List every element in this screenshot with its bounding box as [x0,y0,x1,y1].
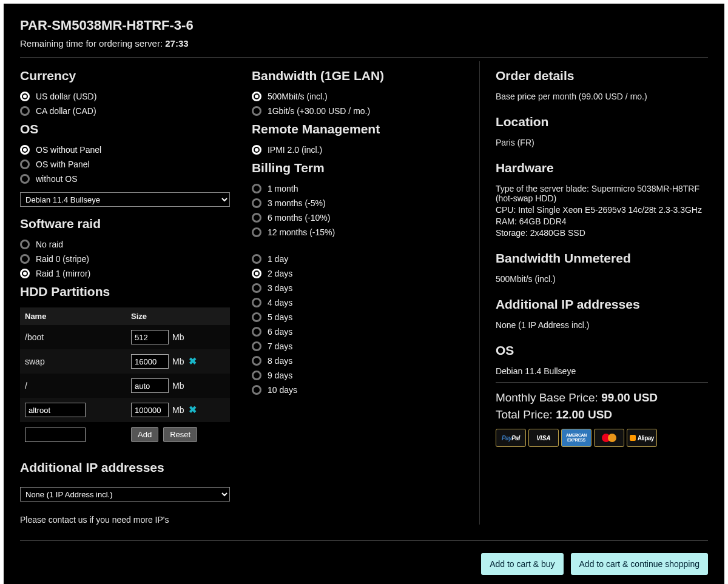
billing-day-option-0[interactable]: 1 day [252,254,473,264]
billing-day-option-8[interactable]: 9 days [252,371,473,380]
raid-option-1[interactable]: Raid 0 (stripe) [20,254,243,264]
radio-icon [252,356,261,366]
billing-month-label: 3 months (-5%) [268,198,326,208]
billing-month-option-2[interactable]: 6 months (-10%) [252,213,473,223]
partitions-heading: HDD Partitions [20,284,243,299]
os-distribution-select[interactable]: Debian 11.4 Bullseye [20,192,230,207]
billing-day-option-4[interactable]: 5 days [252,312,473,322]
bandwidth-option-1[interactable]: 1Gbit/s (+30.00 USD / mo.) [252,106,473,116]
billing-day-option-9[interactable]: 10 days [252,385,473,395]
remove-partition-icon[interactable]: ✖ [189,355,197,367]
radio-icon [20,106,30,116]
order-os-value: Debian 11.4 Bullseye [496,366,708,376]
order-monthly-price-label: Monthly Base Price: [496,391,598,404]
billing-month-option-0[interactable]: 1 month [252,184,473,193]
partitions-col-size: Size [126,307,230,325]
radio-icon [20,159,30,169]
billing-day-option-5[interactable]: 6 days [252,327,473,337]
add-to-cart-and-buy-button[interactable]: Add to cart & buy [481,553,563,575]
os-mode-option-1[interactable]: OS with Panel [20,159,243,169]
bandwidth-option-0[interactable]: 500Mbit/s (incl.) [252,92,473,101]
radio-icon [252,385,261,395]
billing-day-label: 5 days [268,312,292,322]
raid-option-2[interactable]: Raid 1 (mirror) [20,269,243,278]
billing-day-option-7[interactable]: 8 days [252,356,473,366]
order-hardware-line: Storage: 2x480GB SSD [496,228,708,238]
order-total-price-row: Total Price: 12.00 USD [496,408,708,421]
partition-size-input[interactable] [131,354,169,369]
billing-day-label: 3 days [268,283,292,293]
radio-icon [252,371,261,380]
payment-badge-mastercard [594,429,624,447]
currency-label: CA dollar (CAD) [36,106,96,116]
partition-size-input[interactable] [131,403,169,417]
os-mode-label: OS without Panel [36,145,101,155]
radio-icon [20,174,30,184]
partition-size-unit: Mb [172,405,184,415]
header-divider [20,57,708,58]
partition-size-input[interactable] [131,330,169,344]
remove-partition-icon[interactable]: ✖ [189,404,197,415]
partition-size-unit: Mb [172,332,184,342]
billing-month-option-3[interactable]: 12 months (-15%) [252,227,473,237]
billing-day-label: 10 days [268,385,297,395]
raid-label: Raid 1 (mirror) [36,269,90,278]
currency-option-1[interactable]: CA dollar (CAD) [20,106,243,116]
partition-size-unit: Mb [172,381,184,391]
order-location-heading: Location [496,115,708,129]
additional-ip-heading: Additional IP addresses [20,460,243,475]
partition-row: /Mb [20,374,230,398]
os-mode-option-0[interactable]: OS without Panel [20,145,243,155]
order-location-value: Paris (FR) [496,138,708,147]
raid-option-0[interactable]: No raid [20,240,243,249]
payment-method-badges: PayPal VISA AMERICANEXPRESS Alipay [496,429,708,447]
order-hardware-line: Type of the server blade: Supermicro 503… [496,184,708,203]
radio-icon [252,227,261,237]
billing-day-label: 7 days [268,341,292,351]
page-title: PAR-SM5038MR-H8TRF-3-6 [20,18,708,33]
billing-day-label: 2 days [268,269,292,278]
order-price-divider [496,382,708,383]
partition-name-input[interactable] [25,403,86,417]
radio-icon [252,184,261,193]
currency-heading: Currency [20,69,243,83]
order-hardware-line: CPU: Intel Single Xeon E5-2695v3 14c/28t… [496,205,708,215]
order-bandwidth-heading: Bandwidth Unmetered [496,251,708,266]
add-to-cart-and-continue-button[interactable]: Add to cart & continue shopping [571,553,708,575]
billing-day-option-2[interactable]: 3 days [252,283,473,293]
remaining-time-label: Remaining time for ordering server: [20,38,163,49]
remote-management-label: IPMI 2.0 (incl.) [268,145,322,155]
raid-label: Raid 0 (stripe) [36,254,89,264]
order-base-price-line: Base price per month (99.00 USD / mo.) [496,92,708,101]
reset-partitions-button[interactable]: Reset [163,427,197,442]
payment-badge-paypal: PayPal [496,429,526,447]
radio-icon [252,283,261,293]
order-total-price-label: Total Price: [496,408,553,421]
billing-day-label: 6 days [268,327,292,337]
partitions-table: Name Size /bootMbswapMb✖/MbMb✖AddReset [20,307,230,447]
radio-icon [252,341,261,351]
billing-month-label: 12 months (-15%) [268,227,335,237]
billing-month-option-1[interactable]: 3 months (-5%) [252,198,473,208]
payment-badge-alipay: Alipay [627,429,657,447]
billing-day-option-3[interactable]: 4 days [252,298,473,307]
partition-size-input[interactable] [131,378,169,393]
partition-size-unit: Mb [172,357,184,366]
raid-label: No raid [36,240,63,249]
remote-management-option-0[interactable]: IPMI 2.0 (incl.) [252,145,473,155]
order-hardware-heading: Hardware [496,161,708,175]
billing-day-option-1[interactable]: 2 days [252,269,473,278]
remote-management-heading: Remote Management [252,122,473,136]
billing-day-option-6[interactable]: 7 days [252,341,473,351]
additional-ip-select[interactable]: None (1 IP Address incl.) [20,487,230,502]
radio-icon [20,145,30,155]
os-mode-option-2[interactable]: without OS [20,174,243,184]
partition-row: swapMb✖ [20,349,230,374]
radio-icon [252,145,261,155]
billing-month-label: 1 month [268,184,298,193]
currency-option-0[interactable]: US dollar (USD) [20,92,243,101]
new-partition-name-input[interactable] [25,428,86,442]
partitions-col-name: Name [20,307,126,325]
add-partition-button[interactable]: Add [131,427,158,442]
order-os-heading: OS [496,343,708,358]
